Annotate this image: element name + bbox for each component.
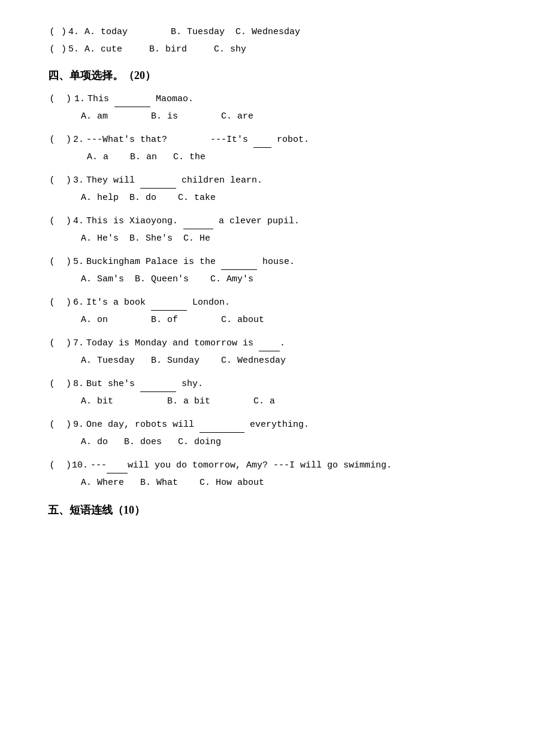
q6-paren-space [56, 294, 66, 311]
q8-num: 8. [73, 376, 84, 392]
q7-line: ( ) 7. Today is Monday and tomorrow is . [48, 335, 487, 351]
q1-paren-close: ) [66, 91, 71, 107]
q4s-text: This is Xiaoyong. a clever pupil. [86, 213, 300, 229]
q8-paren-space [56, 376, 66, 392]
q6-text: It's a book London. [86, 294, 230, 311]
q7-paren-space [56, 335, 66, 351]
q5s-blank [221, 269, 257, 270]
q5s-paren-open: ( [48, 254, 56, 270]
q6-options: A. on B. of C. about [81, 312, 487, 328]
q5s-paren-close: ) [66, 254, 71, 270]
q3-blank [140, 188, 176, 189]
q2-blank [253, 147, 271, 148]
q3-paren-close: ) [66, 172, 71, 189]
prev-q4-line: ( ) 4. A. today B. Tuesday C. Wednesday [48, 24, 487, 40]
q10-blank [107, 473, 128, 473]
q8-line: ( ) 8. But she's shy. [48, 376, 487, 392]
q10-paren-open: ( [48, 457, 56, 473]
q1-paren-space [56, 91, 66, 107]
q4s-line: ( ) 4. This is Xiaoyong. a clever pupil. [48, 213, 487, 229]
q4s-paren-space [56, 213, 66, 229]
q4s-num: 4. [73, 213, 84, 229]
q5s-line: ( ) 5. Buckingham Palace is the house. [48, 254, 487, 270]
q9-options: A. do B. does C. doing [81, 434, 487, 450]
q1-num: 1. [74, 91, 85, 107]
q8-paren-close: ) [66, 376, 71, 392]
prev-q5-line: ( ) 5. A. cute B. bird C. shy [48, 41, 487, 57]
q9-paren-close: ) [66, 417, 71, 433]
q6-paren-open: ( [48, 294, 56, 311]
q7-blank [259, 351, 280, 351]
q7-paren-close: ) [66, 335, 71, 351]
q5s-paren-space [56, 254, 66, 270]
q5s-options: A. Sam's B. Queen's C. Amy's [81, 271, 487, 287]
q9-paren-space [56, 417, 66, 433]
section4-header: 四、单项选择。（20） [48, 66, 487, 85]
q4-text: A. today B. Tuesday C. Wednesday [79, 24, 300, 40]
q1-paren-open: ( [48, 91, 56, 107]
q6-line: ( ) 6. It's a book London. [48, 294, 487, 311]
q3-paren-space [56, 172, 66, 189]
q9-num: 9. [73, 417, 84, 433]
q2-line: ( ) 2. ---What's that? ---It's robot. [48, 132, 487, 148]
q4-content: 4. [68, 24, 79, 40]
q5s-num: 5. [73, 254, 84, 270]
q9-text: One day, robots will everything. [86, 417, 309, 433]
q2-num: 2. [73, 132, 84, 148]
q10-options: A. Where B. What C. How about [81, 475, 487, 491]
q1-blank [114, 107, 150, 107]
paren-space [56, 24, 61, 40]
q1-line: ( ) 1. This Maomao. [48, 91, 487, 107]
q5-text: A. cute B. bird C. shy [79, 41, 246, 57]
section4-questions: ( ) 1. This Maomao. A. am B. is C. are (… [48, 91, 487, 491]
q2-options: A. a B. an C. the [87, 149, 487, 165]
q8-blank [140, 391, 176, 392]
q10-text: ---will you do tomorrow, Amy? ---I will … [90, 457, 392, 473]
q8-options: A. bit B. a bit C. a [81, 393, 487, 409]
q7-paren-open: ( [48, 335, 56, 351]
paren-close2: ) [61, 41, 66, 57]
top-questions-section: ( ) 4. A. today B. Tuesday C. Wednesday … [48, 24, 487, 57]
q5-num: 5. [68, 41, 79, 57]
paren-open: ( [48, 24, 56, 40]
q8-text: But she's shy. [86, 376, 203, 392]
q5s-text: Buckingham Palace is the house. [86, 254, 295, 270]
q6-blank [151, 310, 187, 311]
q2-paren-space [56, 132, 66, 148]
q9-blank [200, 432, 244, 433]
section5-header: 五、短语连线（10） [48, 500, 487, 520]
q2-text: ---What's that? ---It's robot. [86, 132, 309, 148]
q10-paren-space [56, 457, 66, 473]
q10-line: ( ) 10. ---will you do tomorrow, Amy? --… [48, 457, 487, 473]
q3-num: 3. [73, 172, 84, 189]
q6-paren-close: ) [66, 294, 71, 311]
q4s-options: A. He's B. She's C. He [81, 230, 487, 247]
q1-options: A. am B. is C. are [81, 108, 487, 125]
paren-close: ) [61, 24, 66, 40]
q10-num: 10. [72, 457, 88, 473]
q2-paren-close: ) [66, 132, 71, 148]
q8-paren-open: ( [48, 376, 56, 392]
q6-num: 6. [73, 294, 84, 311]
paren-space2 [56, 41, 61, 57]
q3-text: They will children learn. [86, 172, 262, 189]
q4s-blank [183, 229, 213, 229]
q7-text: Today is Monday and tomorrow is . [86, 335, 285, 351]
q2-paren-open: ( [48, 132, 56, 148]
q1-text: This Maomao. [87, 91, 194, 107]
q3-options: A. help B. do C. take [81, 190, 487, 206]
q4s-paren-close: ) [66, 213, 71, 229]
q9-line: ( ) 9. One day, robots will everything. [48, 417, 487, 433]
q7-options: A. Tuesday B. Sunday C. Wednesday [81, 353, 487, 369]
q10-paren-close: ) [66, 457, 71, 473]
q4s-paren-open: ( [48, 213, 56, 229]
q9-paren-open: ( [48, 417, 56, 433]
paren-open2: ( [48, 41, 56, 57]
q3-line: ( ) 3. They will children learn. [48, 172, 487, 189]
q3-paren-open: ( [48, 172, 56, 189]
q7-num: 7. [73, 335, 84, 351]
